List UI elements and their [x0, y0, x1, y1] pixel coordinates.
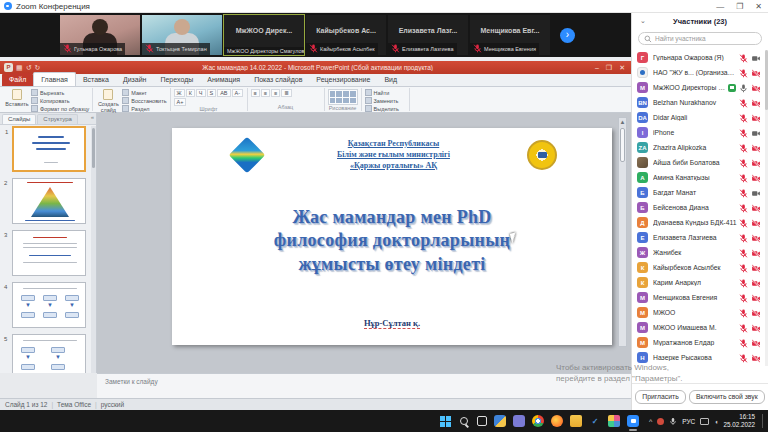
search-input[interactable]: Найти участника	[638, 32, 762, 45]
pane-collapse-icon[interactable]: «	[91, 114, 94, 124]
language-indicator[interactable]: РУС	[682, 418, 695, 425]
participant-row[interactable]: ННазерке Рысакова	[632, 350, 766, 365]
clock[interactable]: 16:15 25.02.2022	[723, 413, 755, 429]
tray-app-icon[interactable]	[657, 418, 664, 425]
ribbon-tab-Главная[interactable]: Главная	[33, 72, 76, 86]
tray-mic-icon[interactable]	[669, 417, 677, 426]
ribbon-tab-Анимация[interactable]: Анимация	[200, 73, 247, 86]
slide-canvas[interactable]: Қазақстан Республикасы Білім және ғылым …	[172, 128, 612, 345]
ppt-restore-button[interactable]: ❐	[606, 64, 612, 72]
ribbon-button[interactable]: Заменить	[365, 97, 399, 104]
scrollbar-thumb[interactable]	[620, 128, 625, 162]
participant-avatar: Г	[637, 52, 648, 63]
taskview-icon[interactable]	[477, 416, 487, 426]
ribbon-button[interactable]: S	[207, 89, 217, 97]
ribbon-button[interactable]: Копировать	[31, 97, 89, 104]
close-button[interactable]: ✕	[755, 0, 762, 13]
ribbon-button[interactable]: Ж	[174, 89, 185, 97]
ppt-close-button[interactable]: ✕	[619, 64, 625, 72]
maximize-button[interactable]: ❐	[736, 0, 743, 13]
search-icon[interactable]	[458, 415, 470, 427]
video-tile[interactable]: Гульнара Ожарова	[60, 15, 140, 55]
thumbnail-arrow-icon: ▼	[47, 302, 53, 308]
thumbnail-graphic	[23, 340, 77, 341]
ribbon-tab-Рецензирование[interactable]: Рецензирование	[309, 73, 377, 86]
ribbon-tab-Дизайн[interactable]: Дизайн	[116, 73, 154, 86]
save-icon[interactable]: ▦	[16, 64, 23, 72]
notes-area[interactable]: Заметки к слайду	[97, 373, 631, 398]
screen-share-icon	[728, 84, 736, 92]
next-page-button[interactable]: ›	[560, 28, 575, 43]
ribbon-button[interactable]: Формат по образцу	[31, 105, 89, 112]
slide-thumbnail-4[interactable]: 4▼▼▼	[12, 282, 86, 328]
ribbon-button[interactable]: ≡	[271, 89, 280, 97]
collapse-chevron-icon[interactable]: ⌄	[640, 17, 646, 25]
video-tile[interactable]: Елизавета Лазг...Елизавета Лазгиева	[388, 15, 468, 55]
ribbon-button[interactable]: ≡	[251, 89, 260, 97]
ribbon-button[interactable]: А-	[232, 89, 244, 97]
slide-thumbnail-3[interactable]: 3	[12, 230, 86, 276]
pane-tab-Структура[interactable]: Структура	[37, 114, 77, 124]
unmute-button[interactable]: Включить свой звук	[689, 390, 765, 404]
ribbon-button[interactable]: Выделить	[365, 105, 399, 112]
participant-name: Назерке Рысакова	[653, 354, 737, 361]
firefox-icon[interactable]	[551, 415, 563, 427]
slide-thumbnail-1[interactable]: 1	[12, 126, 86, 172]
pane-scrollbar[interactable]	[91, 126, 96, 373]
editor-scrollbar[interactable]: ▲	[618, 117, 627, 347]
tray-volume-icon[interactable]: ◖	[714, 418, 718, 425]
scroll-up-icon[interactable]: ▲	[619, 118, 626, 126]
minimize-button[interactable]: —	[716, 0, 724, 13]
ribbon-button[interactable]: К	[186, 89, 195, 97]
chrome-icon[interactable]	[532, 415, 544, 427]
onedrive-check-icon[interactable]: ✓	[589, 415, 601, 427]
ribbon-tab-Показ слайдов[interactable]: Показ слайдов	[247, 73, 309, 86]
ribbon-small-buttons: ВырезатьКопироватьФормат по образцу	[31, 89, 89, 112]
thumbnail-number: 1	[5, 129, 8, 135]
ribbon-tab-Вставка[interactable]: Вставка	[76, 73, 116, 86]
slide-thumbnail-2[interactable]: 2	[12, 178, 86, 224]
ribbon-button[interactable]: Восстановить	[122, 97, 166, 104]
ribbon-button[interactable]: Создать слайд	[96, 89, 120, 113]
widgets-icon[interactable]	[494, 415, 506, 427]
ribbon-button[interactable]: АВ	[217, 89, 230, 97]
ribbon-button[interactable]: Найти	[365, 89, 399, 96]
video-tile[interactable]: Токтыцев Темирлан	[142, 15, 222, 55]
photos-icon[interactable]	[608, 415, 620, 427]
ribbon-tab-Вид[interactable]: Вид	[377, 73, 404, 86]
notification-edge[interactable]	[762, 414, 765, 428]
undo-icon[interactable]: ↺	[26, 64, 32, 72]
ribbon-button[interactable]: Макет	[122, 89, 166, 96]
tile-name-label: Елизавета Лазгиева	[388, 43, 457, 55]
start-icon[interactable]	[440, 416, 451, 427]
ribbon-button[interactable]: Раздел	[122, 105, 166, 112]
tray-keyboard-icon[interactable]	[700, 418, 709, 425]
ribbon-tab-Файл[interactable]: Файл	[2, 73, 33, 86]
zoom-app-icon[interactable]	[627, 415, 639, 427]
ribbon-button[interactable]: Вырезать	[31, 89, 89, 96]
participant-avatar: ZA	[637, 142, 648, 153]
video-tile[interactable]: Менщикова Евг...Менщикова Евгения	[470, 15, 550, 55]
video-tile[interactable]: МжЖОО Дирек...МжЖОО Директоры Смагулова.…	[224, 15, 304, 55]
explorer-icon[interactable]	[570, 415, 582, 427]
ribbon-button[interactable]: Вставить	[5, 89, 29, 107]
tray-chevron-icon[interactable]: ^	[649, 418, 652, 425]
thumbnail-graphic	[31, 187, 69, 217]
shapes-gallery[interactable]	[328, 89, 358, 105]
ribbon-button[interactable]: Ч	[196, 89, 206, 97]
ribbon-button[interactable]: А+	[174, 98, 187, 106]
ppt-minimize-button[interactable]: –	[595, 64, 599, 72]
pane-tab-Слайды[interactable]: Слайды	[2, 114, 36, 124]
invite-button[interactable]: Пригласить	[635, 390, 685, 404]
tile-name-label: Токтыцев Темирлан	[142, 43, 210, 55]
status-slide-count: Слайд 1 из 12	[5, 401, 47, 408]
ribbon-button[interactable]: ≡	[261, 89, 270, 97]
ppt-window-controls: – ❐ ✕	[595, 64, 631, 72]
chat-icon[interactable]	[513, 415, 525, 427]
ribbon-tab-Переходы[interactable]: Переходы	[153, 73, 200, 86]
slide-thumbnail-5[interactable]: 5▼▼	[12, 334, 86, 373]
tile-name-text: МжЖОО Директоры Смагулова...	[227, 48, 304, 54]
video-tile[interactable]: Кайырбеков Ас...Кайырбеков Асылбек	[306, 15, 386, 55]
ribbon-button[interactable]: ≣	[281, 89, 292, 97]
participant-avatar: Е	[637, 232, 648, 243]
